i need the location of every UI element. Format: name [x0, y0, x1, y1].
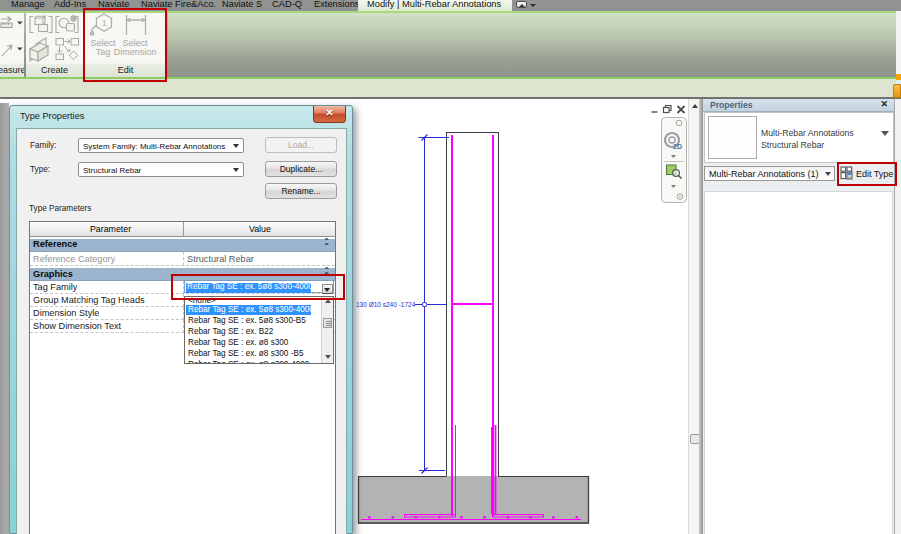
svg-text:130 Ø10 s240 -1724: 130 Ø10 s240 -1724: [356, 301, 416, 308]
svg-text:2D: 2D: [673, 143, 682, 150]
